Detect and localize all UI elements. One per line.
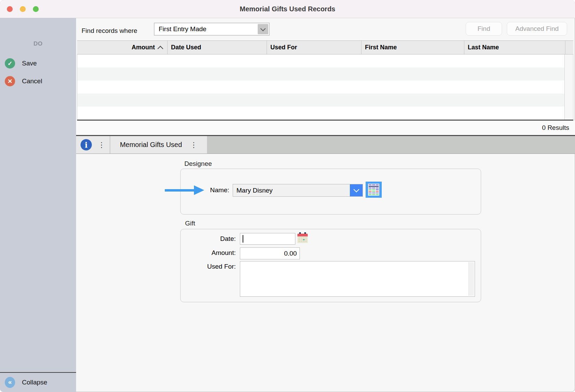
designee-section-label: Designee xyxy=(184,160,212,168)
table-header-row: Amount Date Used Used For First Name Las… xyxy=(77,40,573,54)
table-row xyxy=(77,94,573,107)
titlebar: Memorial Gifts Used Records xyxy=(0,0,575,18)
sidebar-divider xyxy=(0,372,76,373)
column-header-first-name-label: First Name xyxy=(365,44,397,51)
find-records-where-label: Find records where xyxy=(82,27,137,35)
table-scrollbar-divider xyxy=(564,54,565,120)
tab-kebab-menu-icon[interactable]: ⋮ xyxy=(190,141,197,148)
date-field-label: Date: xyxy=(164,235,236,243)
date-input[interactable] xyxy=(240,233,295,245)
tab-info-segment: i ⋮ xyxy=(76,136,110,154)
table-body xyxy=(77,54,573,120)
calendar-picker-button[interactable] xyxy=(297,232,308,243)
collapse-chevrons-icon: « xyxy=(5,377,15,388)
column-header-gutter xyxy=(565,41,573,54)
advanced-find-button-label: Advanced Find xyxy=(515,25,559,33)
collapse-button-label: Collapse xyxy=(22,379,47,386)
column-header-amount[interactable]: Amount xyxy=(77,41,167,54)
sidebar: DO ✓ Save ✕ Cancel « Collapse xyxy=(0,18,76,392)
cancel-button-label: Cancel xyxy=(22,77,42,85)
used-for-textarea[interactable] xyxy=(240,261,475,297)
used-for-field-label: Used For: xyxy=(164,263,236,270)
results-bar: 0 Results xyxy=(76,121,575,135)
check-icon: ✓ xyxy=(5,58,15,69)
tab-memorial-gifts-used[interactable]: Memorial Gifts Used ⋮ xyxy=(110,136,207,154)
chevron-down-icon xyxy=(260,26,266,31)
name-dropdown-button[interactable] xyxy=(350,184,363,196)
name-combobox-value: Mary Disney xyxy=(233,187,350,194)
table-row xyxy=(77,81,573,94)
textarea-scrollbar-track[interactable] xyxy=(468,262,474,296)
active-tab-label: Memorial Gifts Used xyxy=(120,141,182,149)
find-button[interactable]: Find xyxy=(466,22,502,36)
app-window: Memorial Gifts Used Records DO ✓ Save ✕ … xyxy=(0,0,575,392)
column-header-amount-label: Amount xyxy=(132,44,155,51)
column-header-used-for-label: Used For xyxy=(270,44,297,51)
amount-input[interactable]: 0.00 xyxy=(240,247,300,259)
amount-field-label: Amount: xyxy=(164,249,236,257)
window-title: Memorial Gifts Used Records xyxy=(0,0,575,18)
advanced-find-button[interactable]: Advanced Find xyxy=(507,22,567,36)
cancel-button[interactable]: ✕ Cancel xyxy=(5,76,42,87)
sidebar-header: DO xyxy=(0,40,76,47)
results-table: Amount Date Used Used For First Name Las… xyxy=(77,40,573,121)
table-row xyxy=(77,68,573,81)
table-row xyxy=(77,107,573,120)
find-field-selected-value: First Entry Made xyxy=(155,25,258,33)
column-header-last-name-label: Last Name xyxy=(468,44,499,51)
column-header-date-used-label: Date Used xyxy=(171,44,201,51)
tabbar: i ⋮ Memorial Gifts Used ⋮ xyxy=(76,135,575,154)
lookup-records-button[interactable] xyxy=(366,182,382,198)
name-combobox[interactable]: Mary Disney xyxy=(233,184,363,197)
chevron-down-icon xyxy=(353,187,359,193)
select-dropdown-button[interactable] xyxy=(258,24,268,34)
kebab-menu-icon[interactable]: ⋮ xyxy=(98,141,105,148)
collapse-sidebar-button[interactable]: « Collapse xyxy=(5,376,47,389)
column-header-last-name[interactable]: Last Name xyxy=(464,41,565,54)
column-header-date-used[interactable]: Date Used xyxy=(167,41,267,54)
find-button-label: Find xyxy=(478,25,490,33)
table-scrollbar-track[interactable] xyxy=(565,54,573,120)
column-header-used-for[interactable]: Used For xyxy=(267,41,361,54)
amount-input-value: 0.00 xyxy=(284,250,297,257)
table-grid-icon xyxy=(368,184,379,196)
text-cursor xyxy=(243,235,243,243)
name-field-label: Name: xyxy=(164,186,229,194)
table-row xyxy=(77,54,573,68)
x-icon: ✕ xyxy=(5,76,15,86)
save-button[interactable]: ✓ Save xyxy=(5,58,37,69)
column-header-first-name[interactable]: First Name xyxy=(361,41,464,54)
results-count: 0 Results xyxy=(542,124,569,132)
sort-ascending-icon xyxy=(158,46,163,51)
gift-section-label: Gift xyxy=(185,220,195,227)
info-icon[interactable]: i xyxy=(81,139,92,150)
find-field-select[interactable]: First Entry Made xyxy=(154,23,270,36)
save-button-label: Save xyxy=(22,60,37,67)
